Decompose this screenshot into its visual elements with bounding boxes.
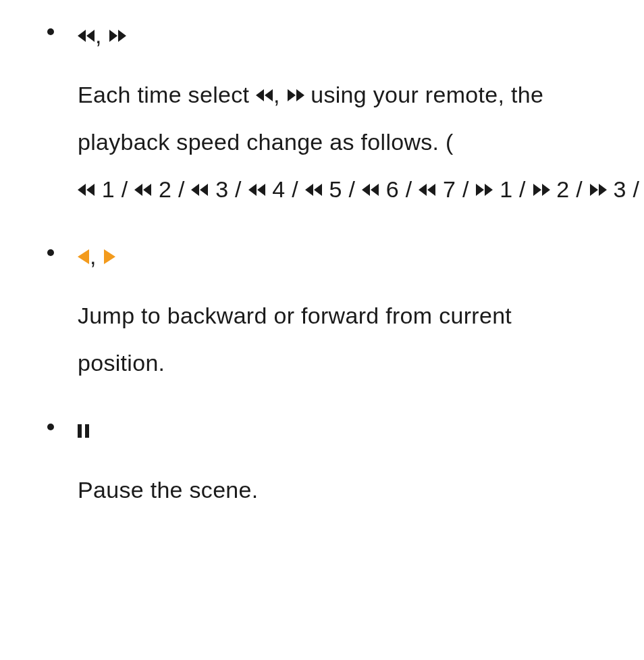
rewind-icon bbox=[362, 182, 379, 197]
separator-text: , bbox=[273, 82, 287, 107]
item-header: , bbox=[78, 241, 603, 271]
body-text: Pause the scene. bbox=[78, 477, 259, 503]
body-text: 5 / bbox=[323, 176, 362, 202]
bullet-icon bbox=[47, 28, 54, 35]
rewind-icon bbox=[191, 182, 209, 197]
bullet-icon bbox=[47, 424, 54, 430]
rewind-icon bbox=[419, 182, 436, 197]
right-arrow-icon bbox=[103, 249, 115, 265]
rewind-icon bbox=[305, 182, 323, 197]
rewind-icon bbox=[78, 182, 95, 197]
item-body: Jump to backward or forward from current… bbox=[78, 293, 603, 386]
svg-rect-1 bbox=[85, 424, 89, 438]
svg-rect-0 bbox=[78, 424, 82, 438]
list-item: , Each time select , using your remote, … bbox=[47, 20, 603, 213]
rewind-icon bbox=[256, 88, 273, 103]
fast-forward-icon bbox=[287, 88, 304, 103]
body-text: 3 / bbox=[209, 176, 248, 202]
list-item: , Jump to backward or forward from curre… bbox=[47, 241, 603, 387]
rewind-icon bbox=[248, 182, 266, 197]
body-text: 3 / bbox=[607, 176, 644, 202]
pause-icon bbox=[78, 423, 89, 439]
body-text: Each time select bbox=[78, 82, 256, 107]
fast-forward-icon bbox=[589, 182, 607, 197]
body-text: 2 / bbox=[152, 176, 191, 202]
item-body: Pause the scene. bbox=[78, 467, 603, 514]
separator-text: , bbox=[90, 243, 103, 269]
bullet-icon bbox=[47, 249, 54, 256]
body-text: 7 / bbox=[436, 176, 475, 202]
item-header: , bbox=[78, 20, 603, 50]
body-text: 6 / bbox=[379, 176, 419, 202]
rewind-icon bbox=[78, 28, 95, 43]
body-text: 1 / bbox=[95, 176, 134, 202]
fast-forward-icon bbox=[109, 28, 126, 43]
item-body: Each time select , using your remote, th… bbox=[78, 72, 603, 213]
body-text: 2 / bbox=[550, 176, 589, 202]
list-item: Pause the scene. bbox=[47, 415, 603, 514]
body-text: 1 / bbox=[493, 176, 532, 202]
fast-forward-icon bbox=[475, 182, 493, 197]
left-arrow-icon bbox=[78, 249, 90, 265]
fast-forward-icon bbox=[533, 182, 550, 197]
body-text: 4 / bbox=[266, 176, 305, 202]
item-header bbox=[78, 415, 603, 445]
body-text: Jump to backward or forward from current… bbox=[78, 303, 512, 376]
separator-text: , bbox=[95, 22, 109, 48]
rewind-icon bbox=[134, 182, 152, 197]
